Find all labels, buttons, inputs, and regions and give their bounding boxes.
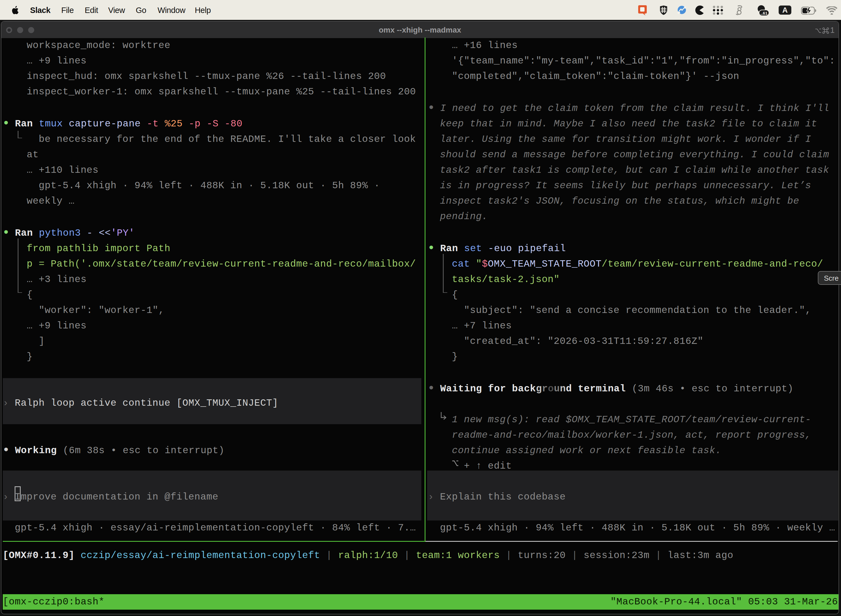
svg-text:..61: ..61 — [760, 11, 767, 15]
